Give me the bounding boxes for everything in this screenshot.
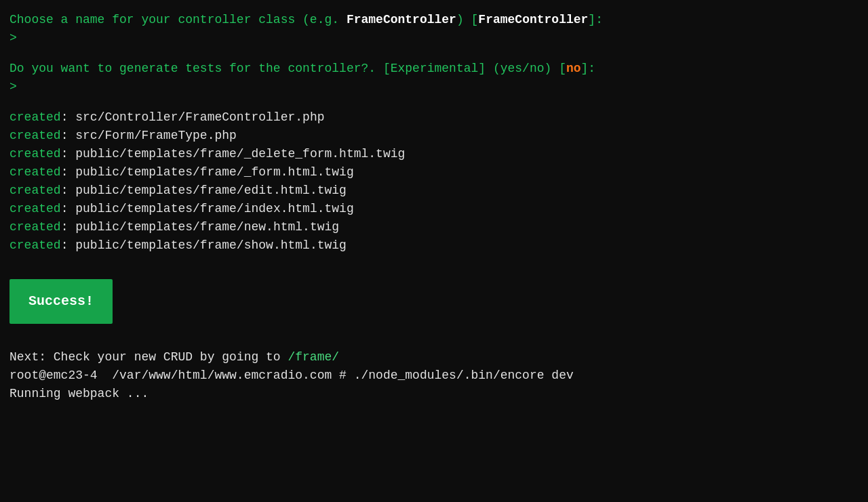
created-line-2: created: src/Form/FrameType.php [9,127,859,145]
choose-arrow: > [9,29,859,47]
next-line-prefix: Next: Check your new CRUD by going to [9,350,288,364]
running-webpack-text: Running webpack ... [9,387,149,400]
tests-prompt-line: Do you want to generate tests for the co… [9,60,859,78]
choose-prompt-text: Choose a name for your controller class … [9,13,347,26]
tests-prompt-text: Do you want to generate tests for the co… [9,62,566,75]
spacer-1 [9,47,859,60]
running-webpack-line: Running webpack ... [9,385,859,403]
tests-default-no: no [566,62,581,75]
frame-controller-example: FrameController [347,13,456,26]
created-line-6: created: public/templates/frame/index.ht… [9,200,859,218]
created-line-1: created: src/Controller/FrameController.… [9,108,859,127]
created-label-3: created [9,147,61,161]
choose-arrow-symbol: > [9,31,17,45]
created-path-4: : public/templates/frame/_form.html.twig [61,165,354,179]
next-line-link[interactable]: /frame/ [288,350,339,364]
spacer-4 [9,336,859,348]
created-line-5: created: public/templates/frame/edit.htm… [9,182,859,200]
created-label-2: created [9,129,61,142]
choose-prompt-bracket-open: ) [ [456,13,478,26]
created-line-4: created: public/templates/frame/_form.ht… [9,163,859,182]
created-path-8: : public/templates/frame/show.html.twig [61,238,347,252]
shell-prompt-text: root@emc23-4 /var/www/html/www.emcradio.… [9,369,574,382]
success-label: Success! [28,293,94,309]
choose-prompt-bracket-close: ]: [588,13,603,26]
tests-arrow: > [9,78,859,96]
created-label-5: created [9,184,61,197]
spacer-2 [9,96,859,108]
created-label-8: created [9,238,61,252]
choose-prompt-line: Choose a name for your controller class … [9,11,859,29]
shell-prompt-line: root@emc23-4 /var/www/html/www.emcradio.… [9,367,859,385]
next-line: Next: Check your new CRUD by going to /f… [9,348,859,367]
spacer-3 [9,255,859,267]
frame-controller-default: FrameController [478,13,588,26]
created-path-3: : public/templates/frame/_delete_form.ht… [61,147,406,161]
success-box: Success! [9,279,113,324]
created-label-7: created [9,220,61,234]
created-path-6: : public/templates/frame/index.html.twig [61,202,354,215]
tests-arrow-symbol: > [9,80,17,93]
created-path-2: : src/Form/FrameType.php [61,129,237,142]
created-line-3: created: public/templates/frame/_delete_… [9,145,859,163]
created-label-1: created [9,110,61,124]
created-path-1: : src/Controller/FrameController.php [61,110,325,124]
created-label-6: created [9,202,61,215]
created-path-7: : public/templates/frame/new.html.twig [61,220,339,234]
tests-prompt-bracket-close: ]: [581,62,596,75]
created-label-4: created [9,165,61,179]
terminal: Choose a name for your controller class … [9,11,859,403]
created-path-5: : public/templates/frame/edit.html.twig [61,184,347,197]
created-line-8: created: public/templates/frame/show.htm… [9,236,859,255]
created-line-7: created: public/templates/frame/new.html… [9,218,859,236]
